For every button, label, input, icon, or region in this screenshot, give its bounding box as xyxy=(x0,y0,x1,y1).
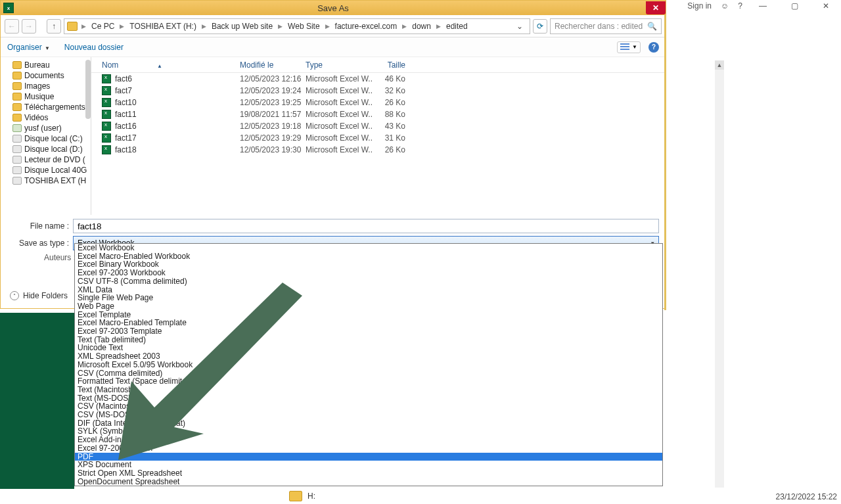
tree-item[interactable]: Images xyxy=(1,81,91,91)
help-button[interactable]: ? xyxy=(648,42,659,53)
file-list[interactable]: Nom▲ Modifié le Type Taille fact612/05/2… xyxy=(91,57,666,215)
tree-item[interactable]: Bureau xyxy=(1,60,91,70)
scroll-up-icon[interactable]: ▲ xyxy=(715,60,724,70)
filetype-option[interactable]: Single File Web Page xyxy=(75,294,662,302)
up-button[interactable]: ↑ xyxy=(47,19,61,34)
forward-button[interactable]: → xyxy=(22,19,36,34)
collapse-icon: ˄ xyxy=(10,291,19,300)
file-type: Microsoft Excel W... xyxy=(306,86,373,95)
maximize-button[interactable]: ▢ xyxy=(783,1,806,11)
filetype-option[interactable]: Unicode Text xyxy=(75,344,662,352)
savetype-dropdown-list[interactable]: Excel WorkbookExcel Macro-Enabled Workbo… xyxy=(74,243,663,486)
folder-tree[interactable]: Bureau Documents Images Musique Téléchar… xyxy=(1,57,91,215)
explorer-taskbar-icon[interactable] xyxy=(289,491,302,501)
filetype-option[interactable]: PDF xyxy=(75,453,662,461)
filetype-option[interactable]: CSV UTF-8 (Comma delimited) xyxy=(75,277,662,286)
column-type[interactable]: Type xyxy=(306,60,373,70)
filetype-option[interactable]: Excel 97-2003 Add-in xyxy=(75,444,662,453)
filename-input[interactable] xyxy=(73,219,659,233)
column-modified[interactable]: Modifié le xyxy=(240,60,306,70)
column-size[interactable]: Taille xyxy=(373,60,412,70)
file-size: 88 Ko xyxy=(373,110,412,119)
tree-item[interactable]: Disque local (C:) xyxy=(1,133,91,144)
tree-item[interactable]: Disque Local 40G xyxy=(1,165,91,175)
file-row[interactable]: fact712/05/2023 19:24Microsoft Excel W..… xyxy=(91,85,666,97)
filetype-option[interactable]: CSV (Macintosh) xyxy=(75,402,662,411)
chevron-right-icon[interactable]: ▶ xyxy=(200,23,208,30)
chevron-right-icon[interactable]: ▶ xyxy=(80,23,87,30)
crumb-pc[interactable]: Ce PC xyxy=(89,20,117,33)
crumb-folder[interactable]: edited xyxy=(443,20,470,33)
filetype-option[interactable]: Microsoft Excel 5.0/95 Workbook xyxy=(75,361,662,369)
tree-item[interactable]: Musique xyxy=(1,91,91,102)
chevron-right-icon[interactable]: ▶ xyxy=(324,23,331,30)
filetype-option[interactable]: XML Spreadsheet 2003 xyxy=(75,352,662,361)
back-button[interactable]: ← xyxy=(5,19,19,34)
crumb-folder[interactable]: down xyxy=(409,20,434,33)
filetype-option[interactable]: Excel 97-2003 Workbook xyxy=(75,269,662,277)
scrollbar-thumb[interactable] xyxy=(85,60,91,119)
tree-item[interactable]: Disque local (D:) xyxy=(1,144,91,154)
breadcrumb-dropdown-icon[interactable]: ⌄ xyxy=(512,22,527,31)
minimize-button[interactable]: — xyxy=(752,1,774,11)
crumb-folder[interactable]: facture-excel.com xyxy=(332,20,400,33)
filetype-option[interactable]: SYLK (Symbolic Link) xyxy=(75,427,662,436)
tree-item[interactable]: yusf (user) xyxy=(1,123,91,133)
file-row[interactable]: fact1012/05/2023 19:25Microsoft Excel W.… xyxy=(91,97,666,108)
file-row[interactable]: fact1812/05/2023 19:30Microsoft Excel W.… xyxy=(91,144,666,156)
excel-file-icon xyxy=(102,98,111,107)
crumb-folder[interactable]: Web Site xyxy=(285,20,322,33)
new-folder-button[interactable]: Nouveau dossier xyxy=(64,43,124,52)
hide-folders-button[interactable]: ˄ Hide Folders xyxy=(10,291,68,300)
filetype-option[interactable]: DIF (Data Interchange Format) xyxy=(75,419,662,428)
close-button[interactable]: ✕ xyxy=(646,1,666,14)
tree-item[interactable]: Téléchargements xyxy=(1,102,91,112)
view-mode-button[interactable]: ▼ xyxy=(617,41,641,53)
filetype-option[interactable]: Formatted Text (Space delimited) xyxy=(75,377,662,386)
chevron-right-icon[interactable]: ▶ xyxy=(118,23,125,30)
column-name[interactable]: Nom▲ xyxy=(91,60,240,70)
folder-icon xyxy=(67,22,78,31)
vertical-scrollbar[interactable]: ▲ xyxy=(715,60,724,488)
column-headers[interactable]: Nom▲ Modifié le Type Taille xyxy=(91,57,666,73)
search-icon[interactable]: 🔍 xyxy=(647,22,657,31)
app-close-button[interactable]: ✕ xyxy=(815,1,837,11)
filetype-option[interactable]: Excel Workbook xyxy=(75,244,662,252)
background-panel xyxy=(0,313,74,489)
search-input[interactable]: Rechercher dans : edited 🔍 xyxy=(550,18,662,34)
file-row[interactable]: fact1712/05/2023 19:29Microsoft Excel W.… xyxy=(91,132,666,144)
tree-item[interactable]: TOSHIBA EXT (H xyxy=(1,175,91,186)
help-icon[interactable]: ? xyxy=(738,1,742,11)
tree-item[interactable]: Documents xyxy=(1,70,91,81)
filetype-option[interactable]: Excel Macro-Enabled Template xyxy=(75,319,662,327)
filetype-option[interactable]: Web Page xyxy=(75,302,662,311)
file-row[interactable]: fact1612/05/2023 19:18Microsoft Excel W.… xyxy=(91,120,666,132)
file-size: 46 Ko xyxy=(373,74,412,83)
tree-item[interactable]: Lecteur de DVD ( xyxy=(1,154,91,165)
file-row[interactable]: fact1119/08/2021 11:57Microsoft Excel W.… xyxy=(91,108,666,120)
file-row[interactable]: fact612/05/2023 12:16Microsoft Excel W..… xyxy=(91,73,666,85)
filetype-option[interactable]: Excel Add-in xyxy=(75,436,662,444)
signin-link[interactable]: Sign in xyxy=(687,1,712,11)
filetype-option[interactable]: Strict Open XML Spreadsheet xyxy=(75,469,662,478)
breadcrumb[interactable]: ▶ Ce PC ▶ TOSHIBA EXT (H:) ▶ Back up Web… xyxy=(64,18,530,34)
chevron-right-icon[interactable]: ▶ xyxy=(401,23,408,30)
file-name: fact10 xyxy=(115,98,240,107)
file-size: 31 Ko xyxy=(373,133,412,143)
tree-item[interactable]: Vidéos xyxy=(1,112,91,123)
chevron-right-icon[interactable]: ▶ xyxy=(435,23,442,30)
organize-menu[interactable]: Organiser ▼ xyxy=(7,43,50,52)
feedback-icon[interactable]: ☺ xyxy=(721,1,729,11)
filetype-option[interactable]: Excel Macro-Enabled Workbook xyxy=(75,252,662,261)
filetype-option[interactable]: Text (Tab delimited) xyxy=(75,336,662,344)
chevron-right-icon[interactable]: ▶ xyxy=(277,23,284,30)
filetype-option[interactable]: XML Data xyxy=(75,286,662,294)
filetype-option[interactable]: CSV (MS-DOS) xyxy=(75,411,662,419)
filetype-option[interactable]: Text (MS-DOS) xyxy=(75,394,662,403)
filetype-option[interactable]: Excel 97-2003 Template xyxy=(75,327,662,336)
filetype-option[interactable]: OpenDocument Spreadsheet xyxy=(75,478,662,486)
crumb-folder[interactable]: Back up Web site xyxy=(209,20,275,33)
filetype-option[interactable]: Text (Macintosh) xyxy=(75,386,662,394)
refresh-button[interactable]: ⟳ xyxy=(533,19,547,34)
crumb-drive[interactable]: TOSHIBA EXT (H:) xyxy=(127,20,199,33)
